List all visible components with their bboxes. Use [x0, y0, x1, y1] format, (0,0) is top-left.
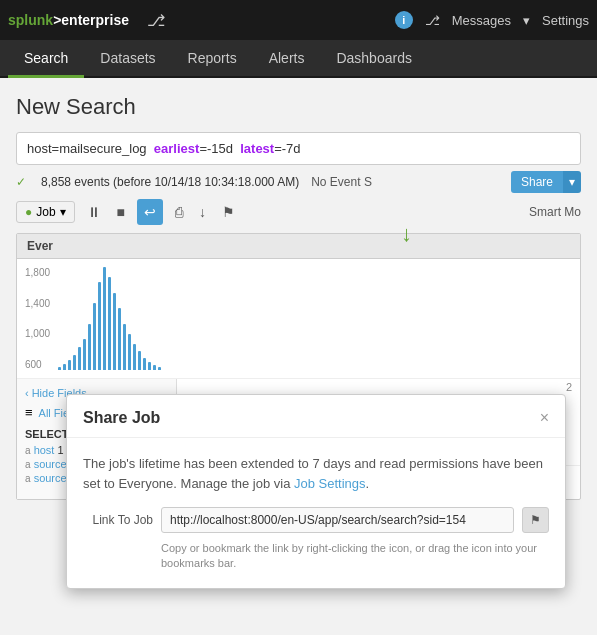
dialog-description: The job's lifetime has been extended to …: [83, 454, 549, 493]
nav-right: i ⎇ Messages ▾ Settings: [395, 11, 589, 29]
bar-2: [63, 364, 66, 370]
info-icon[interactable]: i: [395, 11, 413, 29]
events-header: Ever: [17, 234, 580, 259]
nav-left: splunk>enterprise ⎇: [8, 11, 165, 30]
settings-label[interactable]: Settings: [542, 13, 589, 28]
arrow-icon: ↓: [401, 223, 412, 245]
y-label-1000: 1,000: [25, 328, 50, 339]
top-navigation: splunk>enterprise ⎇ i ⎇ Messages ▾ Setti…: [0, 0, 597, 40]
messages-caret-icon[interactable]: ▾: [523, 13, 530, 28]
logo-splunk: splunk: [8, 12, 53, 28]
link-copy-button[interactable]: ⚑: [522, 507, 549, 533]
chart-bars: [58, 267, 572, 370]
field-type-a1: a: [25, 445, 31, 456]
events-label: Ever: [27, 239, 53, 253]
bar-7: [88, 324, 91, 370]
toolbar: ● Job ▾ ⏸ ■ ↩ ⎙ ↓ ⚑ Smart Mo: [16, 199, 581, 225]
dialog-header: Share Job ×: [67, 395, 565, 438]
query-earliest: earliest: [154, 141, 200, 156]
field-type-a2: a: [25, 459, 31, 470]
link-label: Link To Job: [83, 513, 153, 527]
bar-8: [93, 303, 96, 370]
bar-19: [148, 362, 151, 370]
share-group: Share ▾: [511, 171, 581, 193]
chevron-left-icon: ‹: [25, 387, 29, 399]
share-button[interactable]: Share: [511, 171, 563, 193]
dialog-arrow: ↓: [401, 223, 412, 245]
chart-area: 1,800 1,400 1,000 600: [17, 259, 580, 379]
tab-dashboards[interactable]: Dashboards: [320, 40, 428, 78]
bar-18: [143, 358, 146, 370]
page-title: New Search: [16, 94, 581, 120]
bar-4: [73, 355, 76, 370]
bar-9: [98, 282, 101, 370]
tab-datasets[interactable]: Datasets: [84, 40, 171, 78]
activity-icon[interactable]: ⎇: [147, 11, 165, 30]
bar-12: [113, 293, 116, 370]
job-dot-icon: ●: [25, 205, 32, 219]
job-label: Job: [36, 205, 55, 219]
bookmark-icon[interactable]: ⚑: [218, 202, 239, 222]
dialog-close-button[interactable]: ×: [540, 410, 549, 426]
no-event-label: No Event S: [311, 175, 372, 189]
field-host-count: 1: [57, 444, 63, 456]
page-number: 2: [177, 379, 580, 395]
bar-3: [68, 360, 71, 370]
link-to-job-row: Link To Job ⚑: [83, 507, 549, 533]
bar-20: [153, 365, 156, 370]
bar-5: [78, 347, 81, 370]
job-settings-link[interactable]: Job Settings: [294, 476, 366, 491]
bookmark-link-icon: ⚑: [530, 513, 541, 527]
list-icon: ≡: [25, 405, 33, 420]
bar-16: [133, 344, 136, 370]
bar-17: [138, 351, 141, 370]
share-job-dialog: Share Job × The job's lifetime has been …: [66, 394, 566, 589]
job-caret-icon: ▾: [60, 205, 66, 219]
y-label-1800: 1,800: [25, 267, 50, 278]
download-icon[interactable]: ↓: [195, 202, 210, 222]
dialog-body: The job's lifetime has been extended to …: [67, 438, 565, 588]
tab-search[interactable]: Search: [8, 40, 84, 78]
messages-button[interactable]: Messages: [452, 13, 511, 28]
dialog-period: .: [366, 476, 370, 491]
tab-bar: Search Datasets Reports Alerts Dashboard…: [0, 40, 597, 78]
print-icon[interactable]: ⎙: [171, 202, 187, 222]
logo-enterprise: >enterprise: [53, 12, 129, 28]
field-type-a3: a: [25, 473, 31, 484]
share-forward-icon: ↩: [144, 204, 156, 220]
query-text: host=mailsecure_log: [27, 141, 154, 156]
query-latest: latest: [240, 141, 274, 156]
y-label-1400: 1,400: [25, 298, 50, 309]
job-button[interactable]: ● Job ▾: [16, 201, 75, 223]
dialog-hint: Copy or bookmark the link by right-click…: [161, 541, 549, 572]
y-label-600: 600: [25, 359, 50, 370]
splunk-logo: splunk>enterprise: [8, 12, 129, 28]
bar-13: [118, 308, 121, 370]
activity-icon-right[interactable]: ⎇: [425, 13, 440, 28]
field-source-link[interactable]: source: [34, 458, 70, 470]
dialog-title: Share Job: [83, 409, 160, 427]
y-axis: 1,800 1,400 1,000 600: [25, 267, 54, 370]
events-count: 8,858 events (before 10/14/18 10:34:18.0…: [41, 175, 299, 189]
pause-icon[interactable]: ⏸: [83, 202, 105, 222]
share-caret-button[interactable]: ▾: [563, 171, 581, 193]
bar-21: [158, 367, 161, 370]
bar-15: [128, 334, 131, 370]
bar-11: [108, 277, 111, 370]
bar-10: [103, 267, 106, 370]
stop-icon[interactable]: ■: [113, 202, 129, 222]
tab-reports[interactable]: Reports: [172, 40, 253, 78]
field-host-link[interactable]: host: [34, 444, 58, 456]
toolbar-area: ● Job ▾ ⏸ ■ ↩ ⎙ ↓ ⚑ Smart Mo ↓ Share Job…: [16, 199, 581, 225]
bar-6: [83, 339, 86, 370]
bar-1: [58, 367, 61, 370]
tab-alerts[interactable]: Alerts: [253, 40, 321, 78]
check-icon: ✓: [16, 175, 26, 189]
share-icon-button[interactable]: ↩: [137, 199, 163, 225]
search-query: host=mailsecure_log earliest=-15d latest…: [27, 141, 570, 156]
status-bar: ✓ 8,858 events (before 10/14/18 10:34:18…: [16, 171, 581, 193]
bar-14: [123, 324, 126, 370]
link-input[interactable]: [161, 507, 514, 533]
search-bar[interactable]: host=mailsecure_log earliest=-15d latest…: [16, 132, 581, 165]
smart-mode-label: Smart Mo: [529, 205, 581, 219]
